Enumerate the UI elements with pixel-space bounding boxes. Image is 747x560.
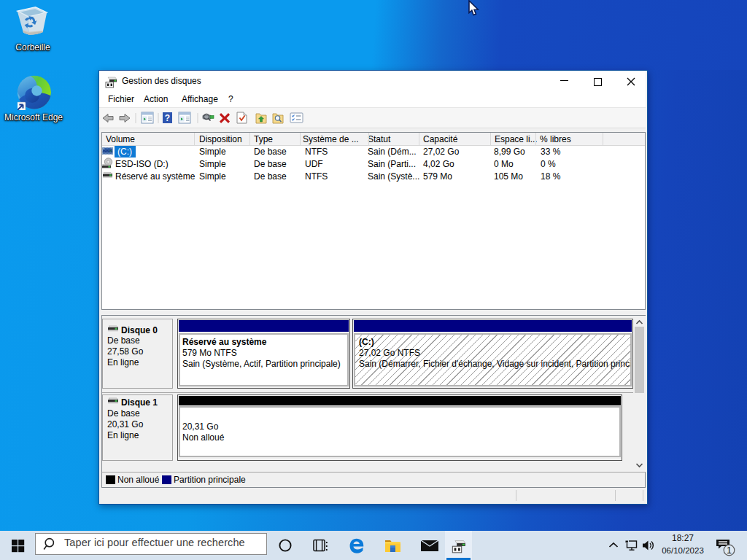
- svg-text:?: ?: [165, 113, 170, 123]
- svg-text:1: 1: [727, 545, 732, 556]
